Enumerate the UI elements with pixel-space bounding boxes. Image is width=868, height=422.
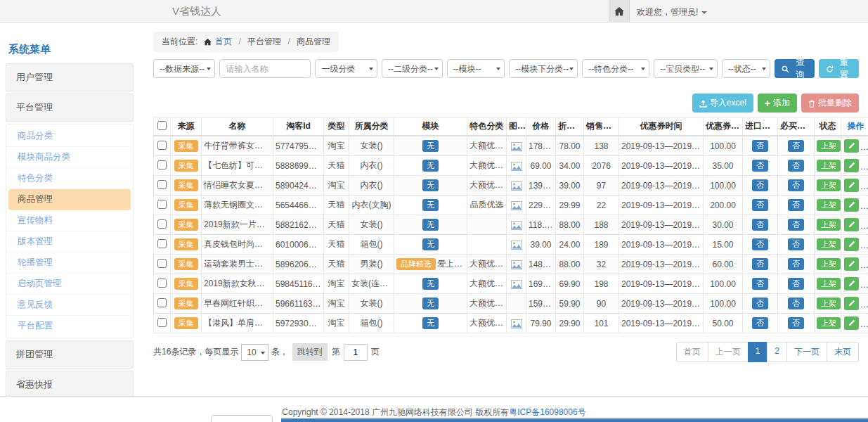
must-buy-toggle[interactable]: 否 <box>788 199 804 212</box>
page-button-1[interactable]: 1 <box>748 342 768 362</box>
module-badge: 无 <box>422 219 439 231</box>
per-page-select[interactable]: 10 <box>241 344 268 361</box>
import-select-toggle[interactable]: 否 <box>752 317 768 330</box>
module-sub-select[interactable]: --模块下分类-- <box>509 59 578 78</box>
row-checkbox[interactable] <box>157 298 167 307</box>
row-checkbox[interactable] <box>157 219 167 229</box>
icp-link[interactable]: 粤ICP备16098006号 <box>509 407 585 417</box>
plus-icon: + <box>765 98 770 109</box>
status-toggle[interactable]: 上架 <box>817 199 841 212</box>
row-checkbox[interactable] <box>157 141 167 150</box>
row-checkbox[interactable] <box>157 160 167 170</box>
breadcrumb-home-link[interactable]: 首页 <box>215 37 232 46</box>
import-select-toggle[interactable]: 否 <box>752 219 768 231</box>
submenu-item[interactable]: 模块商品分类 <box>6 147 133 168</box>
edit-button[interactable] <box>844 257 859 271</box>
edit-button[interactable] <box>844 277 859 290</box>
select-all-checkbox[interactable] <box>157 121 167 130</box>
edit-button[interactable] <box>844 238 859 251</box>
submenu-item[interactable]: 商品分类 <box>6 126 133 147</box>
row-select-cell <box>154 156 171 176</box>
col-header-source: 来源 <box>171 117 202 136</box>
import-select-toggle[interactable]: 否 <box>752 179 768 192</box>
status-toggle[interactable]: 上架 <box>817 160 841 172</box>
status-toggle[interactable]: 上架 <box>817 317 841 330</box>
must-buy-toggle[interactable]: 否 <box>788 317 804 330</box>
status-toggle[interactable]: 上架 <box>817 179 841 192</box>
feature-category-select[interactable]: --特色分类-- <box>582 59 649 78</box>
must-buy-toggle[interactable]: 否 <box>788 140 804 153</box>
submenu-item[interactable]: 平台配置 <box>6 316 133 336</box>
source-badge: 采集 <box>174 140 198 153</box>
prev-page-button[interactable]: 上一页 <box>708 342 749 362</box>
sidebar-item-users[interactable]: 用户管理 <box>6 63 134 91</box>
row-checkbox[interactable] <box>157 239 167 248</box>
sidebar-item-platform[interactable]: 平台管理 <box>6 94 134 122</box>
import-select-toggle[interactable]: 否 <box>752 199 768 212</box>
next-page-button[interactable]: 下一页 <box>786 342 827 362</box>
must-buy-toggle[interactable]: 否 <box>788 258 804 271</box>
must-buy-toggle[interactable]: 否 <box>788 160 804 172</box>
edit-button[interactable] <box>844 139 859 153</box>
submenu-item[interactable]: 轮播管理 <box>6 252 133 274</box>
add-button[interactable]: + 添加 <box>758 94 797 113</box>
must-buy-toggle[interactable]: 否 <box>788 219 804 231</box>
status-select[interactable]: --状态-- <box>722 59 771 78</box>
home-button[interactable] <box>609 0 630 22</box>
page-button-2[interactable]: 2 <box>767 342 787 362</box>
import-select-toggle[interactable]: 否 <box>752 238 768 251</box>
submenu-item[interactable]: 特色分类 <box>6 168 133 189</box>
col-header-module: 模块 <box>394 117 467 136</box>
import-select-toggle[interactable]: 否 <box>752 278 768 290</box>
must-buy-toggle[interactable]: 否 <box>788 179 804 192</box>
submenu-item[interactable]: 宣传物料 <box>6 210 133 231</box>
item-type-select[interactable]: --宝贝类型-- <box>654 59 717 78</box>
edit-button[interactable] <box>844 159 859 172</box>
status-toggle[interactable]: 上架 <box>817 238 841 251</box>
col-header-status: 状态 <box>815 117 841 136</box>
batch-delete-button[interactable]: 批量删除 <box>801 94 859 113</box>
status-toggle[interactable]: 上架 <box>817 140 841 153</box>
reset-button[interactable]: 重置 <box>819 59 859 78</box>
row-checkbox[interactable] <box>157 259 167 268</box>
sidebar-item-news[interactable]: 省惠快报 <box>6 371 134 396</box>
first-page-button[interactable]: 首页 <box>676 342 708 362</box>
import-select-toggle[interactable]: 否 <box>752 298 768 310</box>
submenu-item-active[interactable]: 商品管理 <box>8 189 131 210</box>
module-select[interactable]: --模块-- <box>447 59 505 78</box>
import-select-toggle[interactable]: 否 <box>752 160 768 172</box>
search-button[interactable]: 查询 <box>775 59 815 78</box>
jump-button[interactable]: 跳转到 <box>292 343 328 361</box>
jump-page-input[interactable] <box>344 344 368 361</box>
edit-button[interactable] <box>844 316 859 330</box>
edit-button[interactable] <box>844 297 859 310</box>
edit-button[interactable] <box>844 218 859 231</box>
sidebar-item-groupbuy[interactable]: 拼团管理 <box>6 340 134 369</box>
status-toggle[interactable]: 上架 <box>817 298 841 310</box>
must-buy-toggle[interactable]: 否 <box>788 298 804 310</box>
import-excel-button[interactable]: 导入excel <box>692 94 753 113</box>
edit-button[interactable] <box>844 179 859 192</box>
status-toggle[interactable]: 上架 <box>817 219 841 231</box>
must-buy-toggle[interactable]: 否 <box>788 278 804 290</box>
edit-button[interactable] <box>844 198 859 212</box>
submenu-item[interactable]: 启动页管理 <box>6 274 133 295</box>
user-menu[interactable]: 欢迎您，管理员! <box>637 6 707 18</box>
category1-select[interactable]: 一级分类 <box>315 59 377 78</box>
status-toggle[interactable]: 上架 <box>817 258 841 271</box>
import-select-toggle[interactable]: 否 <box>752 140 768 153</box>
status-toggle[interactable]: 上架 <box>817 278 841 290</box>
must-buy-cell: 否 <box>778 156 815 176</box>
data-source-select[interactable]: --数据来源-- <box>153 59 215 78</box>
row-checkbox[interactable] <box>157 180 167 189</box>
row-checkbox[interactable] <box>157 200 167 209</box>
row-checkbox[interactable] <box>157 279 167 288</box>
submenu-item[interactable]: 版本管理 <box>6 231 133 252</box>
must-buy-toggle[interactable]: 否 <box>788 238 804 251</box>
import-select-toggle[interactable]: 否 <box>752 258 768 271</box>
submenu-item[interactable]: 意见反馈 <box>6 295 133 316</box>
last-page-button[interactable]: 末页 <box>827 342 859 362</box>
category2-select[interactable]: --二级分类-- <box>382 59 443 78</box>
row-checkbox[interactable] <box>157 318 167 327</box>
name-search-input[interactable] <box>219 59 311 78</box>
